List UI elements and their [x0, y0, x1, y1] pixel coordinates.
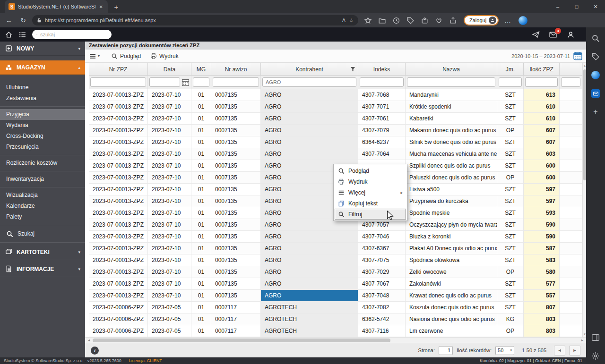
cell-data[interactable]: 2023-07-10 — [148, 290, 191, 301]
cell-nr-zpz[interactable]: 2023-07-00013-ZPZ — [89, 89, 148, 101]
cell-mg[interactable]: 01 — [191, 125, 211, 136]
favorite-star-icon[interactable]: ☆ — [349, 17, 354, 24]
cell-data[interactable]: 2023-07-10 — [148, 207, 191, 219]
cell-nr-zpz[interactable]: 2023-07-00006-ZPZ — [89, 302, 148, 313]
cell-mg[interactable]: 01 — [191, 219, 211, 230]
cell-col[interactable] — [560, 195, 582, 207]
cell-nr-awizo[interactable]: 0007135 — [211, 101, 261, 112]
table-row[interactable]: 2023-07-00013-ZPZ2023-07-10010007135AGRO… — [89, 231, 582, 243]
table-row[interactable]: 2023-07-00013-ZPZ2023-07-10010007135AGRO… — [89, 125, 582, 136]
cell-jm[interactable]: SZT — [497, 207, 524, 219]
cell-jm[interactable]: SZT — [497, 160, 524, 171]
cell-nr-zpz[interactable]: 2023-07-00013-ZPZ — [89, 172, 148, 183]
cell-indeks[interactable]: 4307-7064 — [358, 148, 406, 160]
cell-nr-awizo[interactable]: 0007135 — [211, 195, 261, 207]
cell-col[interactable] — [560, 160, 582, 171]
column-header-nr-zpz[interactable]: Nr ZPZ — [89, 63, 148, 75]
context-menu-item-filtruj[interactable]: Filtruj — [335, 209, 406, 220]
context-menu-item-kopiuj-tekst[interactable]: Kopiuj tekst — [335, 198, 406, 209]
cell-col[interactable] — [560, 254, 582, 266]
cell-col[interactable] — [560, 231, 582, 242]
send-icon[interactable] — [532, 31, 540, 39]
cell-col[interactable] — [560, 219, 582, 230]
cell-jm[interactable]: SZT — [497, 184, 524, 195]
user-icon[interactable] — [567, 31, 575, 39]
cell-jm[interactable]: SZT — [497, 278, 524, 289]
cell-indeks[interactable]: 4307-6367 — [358, 243, 406, 254]
column-header-mg[interactable]: MG — [191, 63, 211, 75]
cell-col[interactable] — [560, 278, 582, 289]
sidebar-item-palety[interactable]: Palety — [0, 212, 85, 222]
cell-data[interactable]: 2023-07-05 — [148, 302, 191, 313]
calendar-icon[interactable] — [573, 51, 582, 60]
cell-kontrahent[interactable]: AGROTECH — [261, 313, 358, 325]
cell-nr-awizo[interactable]: 0007135 — [211, 172, 261, 183]
table-row[interactable]: 2023-07-00013-ZPZ2023-07-10010007135AGRO… — [89, 89, 582, 101]
cell-kontrahent[interactable]: AGRO — [261, 243, 358, 254]
cell-mg[interactable]: 01 — [191, 254, 211, 266]
cell-jm[interactable]: SZT — [497, 243, 524, 254]
sidebar-item-ulubione[interactable]: Ulubione — [0, 82, 85, 93]
copilot-icon[interactable] — [519, 16, 527, 25]
cell-ilość-zpz[interactable]: 590 — [524, 231, 560, 242]
cell-nr-zpz[interactable]: 2023-07-00013-ZPZ — [89, 136, 148, 148]
cell-mg[interactable]: 01 — [191, 101, 211, 112]
table-row[interactable]: 2023-07-00013-ZPZ2023-07-10010007135AGRO… — [89, 101, 582, 113]
cell-nr-zpz[interactable]: 2023-07-00013-ZPZ — [89, 231, 148, 242]
cell-mg[interactable]: 01 — [191, 231, 211, 242]
context-menu-item-więcej[interactable]: Więcej▸ — [335, 187, 406, 198]
preview-button[interactable]: Podgląd — [106, 50, 146, 62]
cell-mg[interactable]: 01 — [191, 195, 211, 207]
login-button[interactable]: Zaloguj — [464, 15, 499, 25]
cell-ilość-zpz[interactable]: 600 — [524, 160, 560, 171]
search-icon[interactable] — [591, 34, 600, 42]
sidebar-item-nowy[interactable]: NOWY▾ — [0, 42, 85, 56]
filter-input-nr-awizo[interactable] — [213, 77, 259, 87]
vertical-scrollbar[interactable]: ▲ ▼ — [582, 63, 586, 337]
print-button[interactable]: Wydruk — [146, 50, 183, 62]
cell-ilość-zpz[interactable]: 610 — [524, 101, 560, 112]
cell-nr-zpz[interactable]: 2023-07-00013-ZPZ — [89, 219, 148, 230]
table-row[interactable]: 2023-07-00013-ZPZ2023-07-10010007135AGRO… — [89, 266, 582, 278]
cell-jm[interactable]: SZT — [497, 219, 524, 230]
cell-kontrahent[interactable]: AGRO — [261, 136, 358, 148]
sidebar-item-przyjęcia[interactable]: Przyjęcia — [0, 109, 85, 120]
browser-essentials-icon[interactable] — [435, 17, 443, 25]
address-bar[interactable]: https://st.programdemo.pl/DefaultLeftMen… — [32, 15, 358, 25]
cell-col[interactable] — [560, 136, 582, 148]
cell-indeks[interactable]: 4307-7116 — [358, 325, 406, 337]
prev-page-button[interactable]: ◄ — [554, 346, 565, 356]
cell-nazwa[interactable]: Paluszki donec quis odio ac purus — [406, 172, 497, 183]
cell-ilość-zpz[interactable]: 577 — [524, 278, 560, 289]
cell-kontrahent[interactable]: AGRO — [261, 266, 358, 278]
cell-nr-awizo[interactable]: 0007135 — [211, 207, 261, 219]
collections-icon[interactable] — [378, 17, 386, 25]
cell-jm[interactable]: SZT — [497, 302, 524, 313]
cell-nr-awizo[interactable]: 0007117 — [211, 313, 261, 325]
cell-ilość-zpz[interactable]: 607 — [524, 125, 560, 136]
table-row[interactable]: 2023-07-00006-ZPZ2023-07-05010007117AGRO… — [89, 313, 582, 325]
cell-kontrahent[interactable]: AGRO — [261, 278, 358, 289]
cell-nr-zpz[interactable]: 2023-07-00013-ZPZ — [89, 207, 148, 219]
sidebar-item-inwentaryzacja[interactable]: Inwentaryzacja — [0, 174, 85, 185]
cell-nazwa[interactable]: Szpilki donec quis odio ac purus — [406, 160, 497, 171]
filter-funnel-icon[interactable] — [350, 67, 355, 72]
cell-jm[interactable]: SZT — [497, 254, 524, 266]
info-icon[interactable]: i — [91, 347, 99, 355]
cell-col[interactable] — [560, 172, 582, 183]
shopping-tag-icon[interactable] — [591, 52, 600, 61]
cell-nazwa[interactable]: Oczyszczający płyn do mycia twarzy — [406, 219, 497, 230]
cell-mg[interactable]: 01 — [191, 325, 211, 337]
column-header-jm[interactable]: Jm. — [497, 63, 524, 75]
refresh-button[interactable]: ↻ — [18, 17, 28, 24]
sidebar-panel-icon[interactable] — [591, 333, 600, 342]
cell-kontrahent[interactable]: AGRO — [261, 125, 358, 136]
cell-ilość-zpz[interactable]: 607 — [524, 136, 560, 148]
new-tab-button[interactable]: + — [112, 3, 121, 11]
cell-mg[interactable]: 01 — [191, 172, 211, 183]
cell-mg[interactable]: 01 — [191, 89, 211, 101]
cell-nr-zpz[interactable]: 2023-07-00006-ZPZ — [89, 325, 148, 337]
cell-col[interactable] — [560, 290, 582, 301]
history-icon[interactable] — [392, 17, 400, 25]
cell-data[interactable]: 2023-07-10 — [148, 125, 191, 136]
